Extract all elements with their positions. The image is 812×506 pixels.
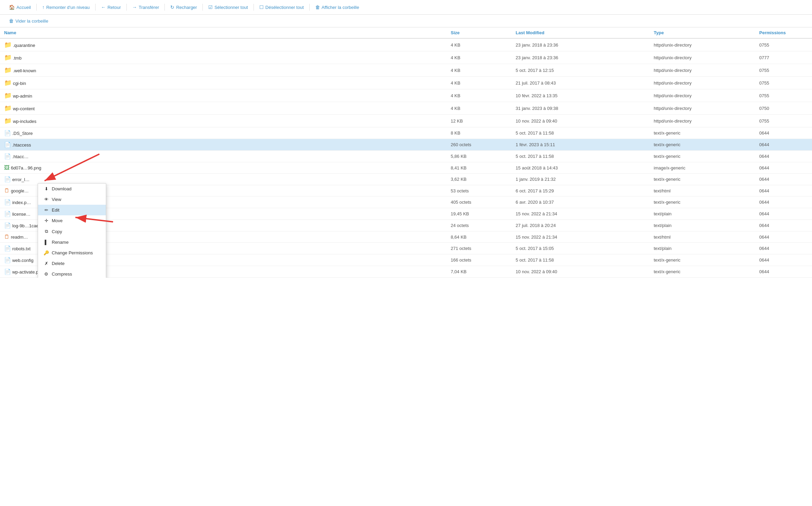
file-modified-cell: 10 nov. 2022 à 09:40: [512, 115, 650, 127]
table-row[interactable]: 📁 wp-includes 12 KB 10 nov. 2022 à 09:40…: [0, 115, 812, 127]
table-row[interactable]: 🗒 readm… 8,64 KB 15 nov. 2022 à 21:34 te…: [0, 231, 812, 243]
folder-icon: 📁: [4, 92, 12, 99]
toolbar-btn-trash[interactable]: 🗑Afficher la corbeille: [312, 3, 363, 12]
file-size-cell: 4 KB: [447, 77, 512, 89]
file-type-cell: httpd/unix-directory: [650, 77, 755, 89]
file-perms-cell: 0644: [755, 174, 812, 185]
file-modified-cell: 1 févr. 2023 à 15:11: [512, 139, 650, 151]
file-type-cell: httpd/unix-directory: [650, 51, 755, 64]
file-name: robots.txt: [12, 246, 30, 251]
txt-file-icon: 📄: [4, 211, 11, 217]
context-menu-item-view[interactable]: 👁View: [38, 194, 106, 205]
context-menu-item-download[interactable]: ⬇Download: [38, 184, 106, 194]
context-menu-item-edit[interactable]: ✏Edit: [38, 205, 106, 215]
file-perms-cell: 0644: [755, 220, 812, 231]
context-menu-item-delete[interactable]: ✗Delete: [38, 258, 106, 269]
context-menu-label-edit: Edit: [52, 207, 59, 213]
col-header-size: Size: [447, 27, 512, 38]
file-name-cell: 📁 wp-admin: [0, 89, 447, 102]
table-row[interactable]: 📁 wp-admin 4 KB 10 févr. 2022 à 13:35 ht…: [0, 89, 812, 102]
deselect-all-icon: ☐: [259, 4, 264, 10]
table-row[interactable]: 📁 wp-content 4 KB 31 janv. 2023 à 09:38 …: [0, 102, 812, 115]
table-row[interactable]: 📄 license… 19,45 KB 15 nov. 2022 à 21:34…: [0, 208, 812, 220]
folder-icon: 📁: [4, 41, 12, 48]
file-modified-cell: 5 oct. 2017 à 12:15: [512, 64, 650, 77]
file-name-cell: 📄 .DS_Store: [0, 127, 447, 139]
table-row[interactable]: 📁 cgi-bin 4 KB 21 juil. 2017 à 08:43 htt…: [0, 77, 812, 89]
toolbar-btn-back[interactable]: ←Retour: [98, 3, 124, 12]
toolbar-btn-select-all[interactable]: ☑Sélectionner tout: [205, 3, 251, 12]
file-size-cell: 4 KB: [447, 38, 512, 51]
context-menu-item-copy[interactable]: ⧉Copy: [38, 226, 106, 237]
file-size-cell: 8,41 KB: [447, 162, 512, 174]
file-size-cell: 53 octets: [447, 185, 512, 197]
file-perms-cell: 0644: [755, 208, 812, 220]
folder-icon: 📁: [4, 67, 12, 74]
file-name: .DS_Store: [12, 131, 33, 136]
table-row[interactable]: 📄 robots.txt 271 octets 5 oct. 2017 à 15…: [0, 243, 812, 254]
table-row[interactable]: 📁 .tmb 4 KB 23 janv. 2018 à 23:36 httpd/…: [0, 51, 812, 64]
file-type-cell: httpd/unix-directory: [650, 115, 755, 127]
file-size-cell: 12 KB: [447, 115, 512, 127]
file-name-cell: 📁 .well-known: [0, 64, 447, 77]
folder-icon: 📁: [4, 105, 12, 112]
file-perms-cell: 0644: [755, 254, 812, 266]
file-size-cell: 8,64 KB: [447, 231, 512, 243]
table-row[interactable]: 🗒 google… 53 octets 6 oct. 2017 à 15:29 …: [0, 185, 812, 197]
file-name: wp-content: [13, 106, 35, 111]
toolbar-separator: [36, 4, 37, 11]
toolbar-btn-up[interactable]: ↑Remonter d'un niveau: [39, 3, 93, 12]
file-type-cell: text/x-generic: [650, 139, 755, 151]
file-name: .htaccess: [12, 142, 31, 148]
file-name: .tmb: [13, 55, 22, 61]
toolbar-btn-label-reload: Recharger: [176, 5, 197, 10]
table-row[interactable]: 📁 .well-known 4 KB 5 oct. 2017 à 12:15 h…: [0, 64, 812, 77]
table-row[interactable]: 📄 log-9b…1cae0.txt 24 octets 27 juil. 20…: [0, 220, 812, 231]
table-row[interactable]: 📄 error_l… 3,62 KB 1 janv. 2019 à 21:32 …: [0, 174, 812, 185]
table-row[interactable]: 🖼 6d07a…96.png 8,41 KB 15 août 2018 à 14…: [0, 162, 812, 174]
table-row[interactable]: 📄 web.config 166 octets 5 oct. 2017 à 11…: [0, 254, 812, 266]
context-menu-item-compress[interactable]: ⚙Compress: [38, 269, 106, 278]
edit-icon: ✏: [44, 207, 49, 213]
change-perms-icon: 🔑: [44, 250, 49, 255]
folder-icon: 📁: [4, 54, 12, 61]
generic-file-icon: 📄: [4, 269, 11, 275]
toolbar-btn-transfer[interactable]: →Transférer: [129, 3, 162, 12]
context-menu-label-copy: Copy: [52, 229, 62, 234]
file-modified-cell: 23 janv. 2018 à 23:36: [512, 51, 650, 64]
copy-icon: ⧉: [44, 229, 49, 234]
table-row[interactable]: 📄 index.p… 405 octets 6 avr. 2020 à 10:3…: [0, 197, 812, 208]
file-size-cell: 4 KB: [447, 89, 512, 102]
table-row[interactable]: 📄 .htacc… 5,86 KB 5 oct. 2017 à 11:58 te…: [0, 151, 812, 162]
context-menu-label-download: Download: [52, 186, 72, 191]
file-name: web.config: [12, 258, 34, 263]
toolbar-separator: [126, 4, 127, 11]
transfer-icon: →: [132, 4, 137, 10]
compress-icon: ⚙: [44, 271, 49, 277]
toolbar-btn-reload[interactable]: ↻Recharger: [167, 3, 200, 12]
context-menu-label-delete: Delete: [52, 261, 65, 266]
context-menu-item-move[interactable]: ✛Move: [38, 215, 106, 226]
file-type-cell: text/x-generic: [650, 127, 755, 139]
toolbar-btn-deselect-all[interactable]: ☐Désélectionner tout: [256, 3, 307, 12]
file-modified-cell: 27 juil. 2018 à 20:24: [512, 220, 650, 231]
context-menu-item-change-perms[interactable]: 🔑Change Permissions: [38, 248, 106, 258]
toolbar-btn-label-home: Accueil: [16, 5, 31, 10]
context-menu-item-rename[interactable]: ▌Rename: [38, 237, 106, 248]
table-header: Name Size Last Modified Type Permissions: [0, 27, 812, 38]
generic-file-icon: 📄: [4, 199, 11, 205]
file-modified-cell: 5 oct. 2017 à 15:05: [512, 243, 650, 254]
trash-icon: 🗑: [9, 18, 14, 24]
back-icon: ←: [101, 4, 106, 10]
table-row[interactable]: 📄 wp-activate.php 7,04 KB 10 nov. 2022 à…: [0, 266, 812, 278]
toolbar: 🏠Accueil↑Remonter d'un niveau←Retour→Tra…: [0, 0, 812, 27]
file-name: wp-admin: [13, 93, 32, 99]
file-size-cell: 271 octets: [447, 243, 512, 254]
context-menu: ⬇Download👁View✏Edit✛Move⧉Copy▌Rename🔑Cha…: [38, 183, 106, 278]
file-perms-cell: 0644: [755, 231, 812, 243]
table-row[interactable]: 📄 .htaccess 260 octets 1 févr. 2023 à 15…: [0, 139, 812, 151]
table-row[interactable]: 📄 .DS_Store 8 KB 5 oct. 2017 à 11:58 tex…: [0, 127, 812, 139]
empty-trash-button[interactable]: 🗑 Vider la corbeille: [5, 16, 52, 25]
toolbar-btn-home[interactable]: 🏠Accueil: [5, 3, 34, 12]
table-row[interactable]: 📁 .quarantine 4 KB 23 janv. 2018 à 23:36…: [0, 38, 812, 51]
